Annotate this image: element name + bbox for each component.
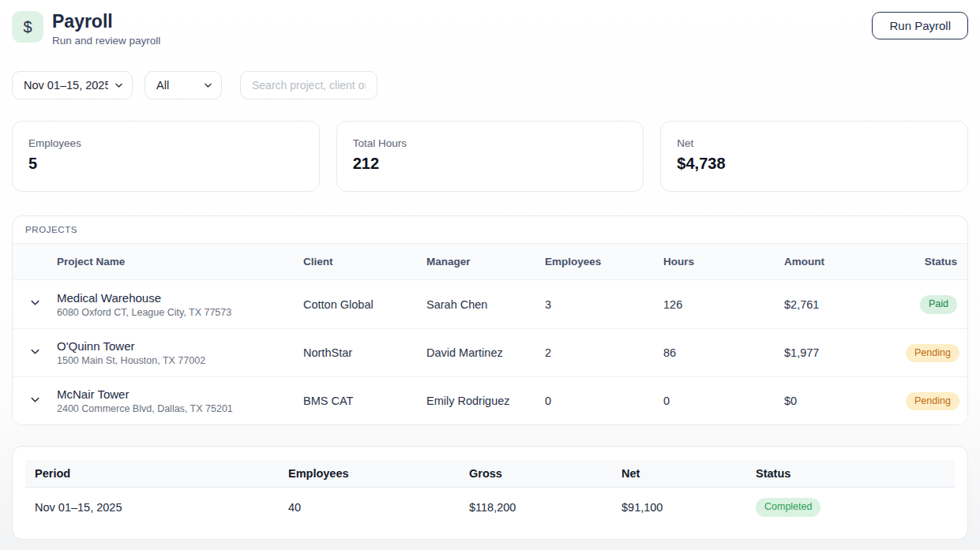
column-header-employees: Employees <box>279 460 460 488</box>
stat-card-total-hours: Total Hours 212 <box>336 121 644 192</box>
chevron-down-icon <box>29 394 41 409</box>
stat-label: Total Hours <box>353 137 628 149</box>
type-select[interactable]: All <box>145 71 222 99</box>
expand-row-button[interactable] <box>13 346 57 361</box>
hours-cell: 86 <box>663 346 784 359</box>
page-subtitle: Run and review payroll <box>52 35 160 47</box>
status-badge: Completed <box>756 498 820 517</box>
amount-cell: $1,977 <box>784 346 906 359</box>
search-input[interactable] <box>240 71 377 99</box>
project-name: O'Quinn Tower <box>57 339 303 353</box>
stat-value: 5 <box>28 155 303 173</box>
column-header-amount: Amount <box>784 256 906 268</box>
client-cell: BMS CAT <box>303 395 426 407</box>
project-address: 6080 Oxford CT, League City, TX 77573 <box>57 307 303 318</box>
project-address: 2400 Commerce Blvd, Dallas, TX 75201 <box>57 403 303 414</box>
project-name-cell: Medical Warehouse 6080 Oxford CT, League… <box>57 291 303 318</box>
stat-card-net: Net $4,738 <box>660 121 968 192</box>
column-header-gross: Gross <box>460 460 612 488</box>
chevron-down-icon <box>29 297 41 312</box>
client-cell: NorthStar <box>303 346 426 359</box>
stat-label: Net <box>677 137 952 149</box>
filter-bar: Nov 01–15, 2025 All <box>12 71 968 99</box>
status-badge: Pending <box>906 344 959 363</box>
table-row: Nov 01–15, 2025 40 $118,200 $91,100 Comp… <box>25 488 955 525</box>
type-select-wrap: All <box>145 71 222 99</box>
status-badge: Pending <box>906 392 959 411</box>
stat-value: 212 <box>353 155 628 173</box>
column-header-project-name: Project Name <box>57 256 303 268</box>
payroll-history-card: Period Employees Gross Net Status Nov 01… <box>12 446 968 540</box>
stat-value: $4,738 <box>677 155 952 173</box>
table-row[interactable]: McNair Tower 2400 Commerce Blvd, Dallas,… <box>13 376 967 425</box>
employees-cell: 3 <box>545 298 663 311</box>
employees-cell: 0 <box>545 395 663 407</box>
history-header-row: Period Employees Gross Net Status <box>25 460 955 488</box>
net-cell: $91,100 <box>612 488 746 525</box>
table-row[interactable]: Medical Warehouse 6080 Oxford CT, League… <box>13 280 967 328</box>
project-name: Medical Warehouse <box>57 291 303 305</box>
dollar-icon: $ <box>12 11 43 43</box>
period-cell: Nov 01–15, 2025 <box>25 488 279 525</box>
run-payroll-button[interactable]: Run Payroll <box>872 12 968 39</box>
header-text: Payroll Run and review payroll <box>52 11 160 47</box>
column-header-hours: Hours <box>663 256 784 268</box>
period-select-wrap: Nov 01–15, 2025 <box>12 71 133 99</box>
table-row[interactable]: O'Quinn Tower 1500 Main St, Houston, TX … <box>13 328 967 376</box>
expand-row-button[interactable] <box>13 394 57 409</box>
column-header-client: Client <box>303 256 426 268</box>
project-name-cell: O'Quinn Tower 1500 Main St, Houston, TX … <box>57 339 303 366</box>
stat-cards: Employees 5 Total Hours 212 Net $4,738 <box>12 121 968 192</box>
project-address: 1500 Main St, Houston, TX 77002 <box>57 355 303 366</box>
manager-cell: Emily Rodriguez <box>426 395 545 407</box>
status-cell: Paid <box>920 295 967 314</box>
client-cell: Cotton Global <box>303 298 426 311</box>
projects-panel-title: PROJECTS <box>13 216 967 244</box>
amount-cell: $0 <box>784 395 906 407</box>
projects-panel: PROJECTS Project Name Client Manager Emp… <box>12 215 968 425</box>
gross-cell: $118,200 <box>460 488 612 525</box>
status-cell: Completed <box>746 488 955 525</box>
chevron-down-icon <box>29 346 41 361</box>
amount-cell: $2,761 <box>784 298 906 311</box>
column-header-status: Status <box>746 460 955 488</box>
status-badge: Paid <box>920 295 957 314</box>
hours-cell: 126 <box>663 298 784 311</box>
employees-cell: 2 <box>545 346 663 359</box>
column-header-net: Net <box>612 460 746 488</box>
payroll-page: $ Payroll Run and review payroll Run Pay… <box>0 0 980 540</box>
payroll-history-table: Period Employees Gross Net Status Nov 01… <box>25 460 955 525</box>
manager-cell: David Martinez <box>426 346 545 359</box>
period-select[interactable]: Nov 01–15, 2025 <box>12 71 133 99</box>
status-cell: Pending <box>906 392 968 411</box>
column-header-period: Period <box>25 460 279 488</box>
stat-card-employees: Employees 5 <box>12 121 320 192</box>
page-header: $ Payroll Run and review payroll Run Pay… <box>12 11 968 47</box>
column-header-manager: Manager <box>426 256 545 268</box>
status-cell: Pending <box>906 344 968 363</box>
project-name-cell: McNair Tower 2400 Commerce Blvd, Dallas,… <box>57 387 303 414</box>
page-title: Payroll <box>52 11 160 32</box>
project-name: McNair Tower <box>57 387 303 401</box>
column-header-employees: Employees <box>545 256 663 268</box>
employees-cell: 40 <box>279 488 460 525</box>
manager-cell: Sarah Chen <box>426 298 545 311</box>
column-header-status: Status <box>925 256 967 268</box>
stat-label: Employees <box>28 137 303 149</box>
projects-table-header: Project Name Client Manager Employees Ho… <box>13 244 967 280</box>
expand-row-button[interactable] <box>13 297 57 312</box>
hours-cell: 0 <box>663 395 784 407</box>
